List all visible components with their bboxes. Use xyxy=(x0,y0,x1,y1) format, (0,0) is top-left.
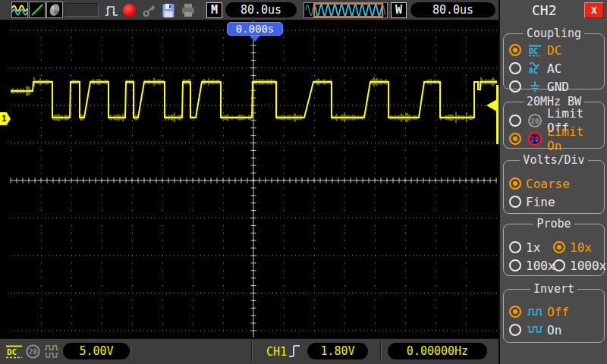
svg-text:DC: DC xyxy=(7,347,17,357)
print-button[interactable] xyxy=(180,2,197,19)
diagonal-line-icon xyxy=(30,2,45,17)
frequency-counter-value: 0.00000Hz xyxy=(388,343,487,359)
status-bar: DC 20 5.00V CH1 1.80V 0.00000Hz xyxy=(0,338,498,364)
radio-icon xyxy=(509,80,521,93)
invert-on-icon xyxy=(527,325,543,335)
option-coupling-gnd[interactable]: GND xyxy=(504,77,604,96)
option-volts-div-coarse[interactable]: Coarse xyxy=(504,174,604,193)
toolbar-divider xyxy=(202,2,203,19)
channel-waves-button[interactable] xyxy=(11,2,28,18)
svg-text:20: 20 xyxy=(531,118,539,125)
status-divider xyxy=(130,341,131,362)
option-volts-div-fine[interactable]: Fine xyxy=(504,193,604,211)
printer-icon xyxy=(180,2,197,19)
section-title-volts-div: Volts/Div xyxy=(504,154,604,166)
option-bandwidth-limit-on[interactable]: 20Limit On xyxy=(504,130,604,148)
channel-waves-icon xyxy=(12,2,27,17)
option-label: Fine xyxy=(526,195,555,209)
channel1-trace xyxy=(0,20,498,338)
option-probe-1000x[interactable]: 1000x xyxy=(548,256,606,275)
main-timebase-badge: M xyxy=(206,2,222,18)
overview-window[interactable] xyxy=(313,3,383,17)
invert-off-icon xyxy=(527,306,543,317)
key-icon xyxy=(141,2,158,19)
trigger-source-label: CH1 xyxy=(266,345,287,359)
option-coupling-dc[interactable]: DC DC xyxy=(504,41,604,59)
option-invert-invert-off[interactable]: Off xyxy=(504,303,604,321)
option-probe-1x[interactable]: 1x xyxy=(504,238,548,256)
channel2-menu: CH2 X Coupling DC DC ACAC GND20MHz BW 20… xyxy=(498,0,607,364)
option-label: 1x xyxy=(526,240,540,255)
radio-icon xyxy=(553,259,565,271)
option-probe-100x[interactable]: 100x xyxy=(504,256,548,275)
radio-selected-icon xyxy=(509,44,521,56)
waveform-overview[interactable] xyxy=(304,2,388,18)
option-label: Limit On xyxy=(547,124,604,153)
option-invert-invert-on[interactable]: On xyxy=(504,321,604,339)
coupling-ac-icon: AC xyxy=(527,61,543,75)
coupling-gnd-icon xyxy=(529,80,541,93)
svg-text:20: 20 xyxy=(29,348,37,356)
radio-icon xyxy=(509,259,521,271)
image-blob-icon xyxy=(47,2,62,17)
status-divider xyxy=(380,341,382,362)
window-timebase-value: 80.0us xyxy=(410,2,495,17)
option-label: Coarse xyxy=(526,177,570,191)
main-timebase-value: 80.0us xyxy=(225,2,297,17)
close-menu-button[interactable]: X xyxy=(584,2,604,18)
svg-text:DC: DC xyxy=(529,47,538,55)
menu-title: CH2 xyxy=(532,2,557,18)
toolbar: M 80.0us W 80.0us xyxy=(0,0,498,20)
trigger-rising-edge-icon xyxy=(288,342,301,363)
bw-limit-off-icon: 20 xyxy=(527,113,543,128)
section-probe: Probe1x10x100x1000x xyxy=(503,224,605,276)
record-button[interactable] xyxy=(123,4,136,17)
coupling-dc-icon: DC xyxy=(527,44,543,57)
radio-selected-icon xyxy=(553,241,565,253)
radio-icon xyxy=(509,115,521,127)
section-volts-div: Volts/DivCoarseFine xyxy=(503,160,605,214)
svg-text:AC: AC xyxy=(529,67,538,75)
radio-icon xyxy=(509,324,521,336)
option-probe-10x[interactable]: 10x xyxy=(548,238,606,256)
waveform-display: 0.000s 1 xyxy=(0,20,498,338)
section-title-probe: Probe xyxy=(504,218,604,230)
option-label: 10x xyxy=(570,240,592,255)
svg-text:20: 20 xyxy=(531,136,539,143)
trigger-pulse-button[interactable] xyxy=(104,2,121,19)
option-label: 1000x xyxy=(570,259,606,273)
radio-icon xyxy=(509,241,521,253)
section-invert: Invert Off On xyxy=(503,289,605,343)
ch1-dc-coupling-icon: DC xyxy=(5,344,24,362)
lock-key-button[interactable] xyxy=(141,2,158,19)
cursor-line-button[interactable] xyxy=(29,2,46,18)
bw-limit-on-icon: 20 xyxy=(527,131,543,146)
option-label: Off xyxy=(547,305,569,319)
radio-selected-icon xyxy=(509,306,521,318)
section-coupling: Coupling DC DC ACAC GND xyxy=(503,33,605,89)
radio-selected-icon xyxy=(509,177,521,190)
option-label: AC xyxy=(547,61,561,76)
ch1-scale-value: 5.00V xyxy=(63,343,130,359)
option-label: DC xyxy=(547,43,561,58)
oscilloscope-screen: M 80.0us W 80.0us 0.000s 1 DC 20 xyxy=(0,0,607,364)
menu-sections: Coupling DC DC ACAC GND20MHz BW 20Limit … xyxy=(500,33,607,343)
toolbar-field xyxy=(64,3,99,17)
status-divider xyxy=(251,341,253,362)
window-timebase-badge: W xyxy=(391,2,407,18)
option-label: GND xyxy=(547,80,569,94)
snapshot-button[interactable] xyxy=(46,2,63,18)
section-title-coupling: Coupling xyxy=(504,27,604,39)
option-label: On xyxy=(547,323,561,337)
pulse-icon xyxy=(104,2,121,19)
time-reference-pointer xyxy=(250,36,260,42)
section-bandwidth: 20MHz BW 20Limit Off 20Limit On xyxy=(503,102,605,149)
floppy-disk-icon xyxy=(160,2,177,19)
trigger-level-value: 1.80V xyxy=(307,343,368,359)
ch1-bw-limit-icon: 20 xyxy=(25,344,41,362)
option-coupling-ac[interactable]: ACAC xyxy=(504,59,604,77)
save-button[interactable] xyxy=(160,2,177,19)
time-reference-marker[interactable]: 0.000s xyxy=(227,22,283,36)
menu-header: CH2 X xyxy=(500,0,607,20)
radio-icon xyxy=(509,62,521,74)
